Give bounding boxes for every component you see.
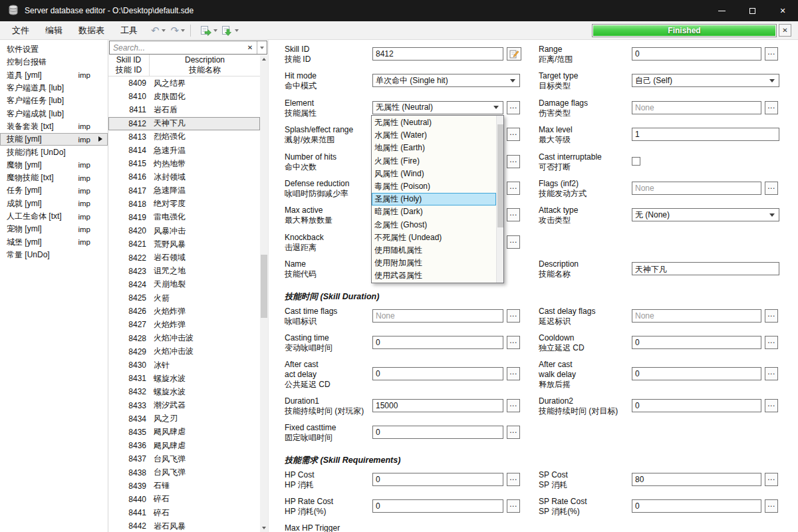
sidebar-item[interactable]: 装备套装 [txt]imp: [0, 120, 108, 133]
element-select[interactable]: 无属性 (Neutral): [372, 101, 503, 114]
list-scrollbar[interactable]: [260, 55, 268, 532]
skill-row[interactable]: 8425火箭: [108, 291, 260, 305]
damage-flags-input[interactable]: None: [632, 101, 761, 114]
menu-item[interactable]: 文件: [4, 21, 37, 39]
range-input[interactable]: 0: [632, 47, 761, 61]
sidebar-item[interactable]: 成就 [yml]imp: [0, 198, 108, 210]
element-more-button[interactable]: ...: [507, 101, 520, 114]
after-cast-walk-delay-more-button[interactable]: ...: [765, 367, 778, 380]
undo-dropdown-icon[interactable]: [162, 29, 166, 32]
scroll-down-icon[interactable]: [260, 524, 268, 532]
redo-dropdown-icon[interactable]: [181, 29, 185, 32]
skill-row[interactable]: 8439石锤: [108, 479, 260, 493]
knockback-more-button[interactable]: ...: [507, 235, 520, 249]
skill-row[interactable]: 8436飓风肆虐: [108, 439, 260, 452]
scroll-up-icon[interactable]: [260, 55, 268, 63]
cast-time-flags-input[interactable]: None: [372, 309, 503, 323]
cast-delay-flags-input[interactable]: None: [632, 309, 761, 323]
flags-inf2-more-button[interactable]: ...: [765, 182, 778, 195]
sidebar-item[interactable]: 任务 [yml]imp: [0, 184, 108, 197]
hp-cost-input[interactable]: 0: [372, 473, 503, 486]
skill-row[interactable]: 8430冰针: [108, 358, 260, 372]
skill-row[interactable]: 8440碎石: [108, 493, 260, 506]
skill-id-edit-button[interactable]: [507, 47, 521, 61]
cast-time-flags-more-button[interactable]: ...: [507, 309, 520, 323]
duration2-more-button[interactable]: ...: [765, 399, 778, 412]
damage-flags-more-button[interactable]: ...: [765, 101, 778, 114]
sidebar-item[interactable]: 魔物技能 [txt]imp: [0, 172, 108, 184]
casting-time-input[interactable]: 0: [372, 336, 503, 349]
dropdown-option[interactable]: 无属性 (Neutral): [372, 116, 496, 129]
import-1-dropdown-icon[interactable]: [213, 29, 217, 32]
skill-row[interactable]: 8414急速升温: [108, 144, 260, 157]
redo-button[interactable]: ↷: [171, 25, 180, 35]
dropdown-option[interactable]: 不死属性 (Undead): [372, 231, 496, 244]
sidebar-item[interactable]: 道具 [yml]imp: [0, 69, 108, 82]
search-options-button[interactable]: [257, 41, 267, 54]
import-button-2[interactable]: [221, 25, 233, 36]
skill-row[interactable]: 8413烈焰强化: [108, 130, 260, 144]
skill-row[interactable]: 8428火焰冲击波: [108, 332, 260, 345]
splash-effect-range-more-button[interactable]: ...: [507, 128, 520, 141]
progress-close-button[interactable]: ✕: [779, 24, 791, 37]
sp-cost-input[interactable]: 80: [632, 473, 761, 486]
max-level-input[interactable]: 1: [632, 128, 779, 141]
after-cast-walk-delay-input[interactable]: 0: [632, 367, 761, 380]
hit-mode-select[interactable]: 单次命中 (Single hit): [372, 74, 520, 87]
dropdown-option[interactable]: 圣属性 (Holy): [372, 193, 496, 205]
after-cast-act-delay-more-button[interactable]: ...: [507, 367, 520, 380]
skill-row[interactable]: 8419雷电强化: [108, 211, 260, 224]
skill-row[interactable]: 8412天神下凡: [108, 117, 260, 130]
skill-row[interactable]: 8441碎石: [108, 506, 260, 519]
dropdown-option[interactable]: 使用随机属性: [372, 244, 496, 257]
cooldown-input[interactable]: 0: [632, 336, 761, 349]
sp-cost-more-button[interactable]: ...: [765, 473, 778, 486]
skill-row[interactable]: 8411岩石盾: [108, 103, 260, 116]
skill-row[interactable]: 8417急速降温: [108, 184, 260, 198]
dropdown-option[interactable]: 地属性 (Earth): [372, 142, 496, 154]
sidebar-item[interactable]: 软件设置: [0, 43, 108, 56]
cast-delay-flags-more-button[interactable]: ...: [765, 309, 778, 323]
attack-type-select[interactable]: 无 (None): [632, 208, 779, 221]
sidebar-item[interactable]: 魔物 [yml]imp: [0, 159, 108, 172]
skill-row[interactable]: 8415灼热地带: [108, 157, 260, 170]
casting-time-more-button[interactable]: ...: [507, 336, 520, 349]
skill-id-input[interactable]: 8412: [372, 47, 503, 61]
skill-row[interactable]: 8434风之刃: [108, 412, 260, 426]
hp-rate-cost-input[interactable]: 0: [372, 499, 503, 513]
skill-row[interactable]: 8410皮肤固化: [108, 90, 260, 103]
duration1-more-button[interactable]: ...: [507, 399, 520, 412]
fixed-casttime-input[interactable]: 0: [372, 426, 503, 439]
skill-row[interactable]: 8427火焰炸弹: [108, 318, 260, 331]
skill-row[interactable]: 8409风之结界: [108, 76, 260, 90]
dropdown-option[interactable]: 暗属性 (Dark): [372, 205, 496, 218]
sidebar-item[interactable]: 常量 [UnDo]: [0, 249, 108, 261]
import-2-dropdown-icon[interactable]: [235, 29, 239, 32]
after-cast-act-delay-input[interactable]: 0: [372, 367, 503, 380]
description-input[interactable]: 天神下凡: [632, 262, 779, 275]
range-more-button[interactable]: ...: [765, 47, 778, 61]
number-of-hits-more-button[interactable]: ...: [507, 155, 520, 168]
cooldown-more-button[interactable]: ...: [765, 336, 778, 349]
search-input[interactable]: [110, 41, 243, 54]
search-clear-button[interactable]: ✕: [243, 44, 257, 51]
sidebar-item[interactable]: 客户端道具 [lub]: [0, 82, 108, 94]
skill-row[interactable]: 8426火焰炸弹: [108, 305, 260, 318]
skill-row[interactable]: 8435飓风肆虐: [108, 426, 260, 439]
column-header[interactable]: Skill ID技能 ID: [108, 55, 150, 76]
skill-row[interactable]: 8433潮汐武器: [108, 399, 260, 412]
sidebar-item[interactable]: 客户端成就 [lub]: [0, 107, 108, 120]
dropdown-scroll-thumb[interactable]: [497, 124, 503, 227]
skill-row[interactable]: 8438台风飞弹: [108, 466, 260, 479]
skill-row[interactable]: 8418绝对零度: [108, 198, 260, 211]
duration1-input[interactable]: 15000: [372, 399, 503, 412]
dropdown-option[interactable]: 水属性 (Water): [372, 129, 496, 142]
skill-row[interactable]: 8422岩石领域: [108, 251, 260, 264]
skill-row[interactable]: 8432螺旋水波: [108, 385, 260, 398]
menu-item[interactable]: 工具: [112, 21, 146, 39]
skill-row[interactable]: 8423诅咒之地: [108, 265, 260, 278]
import-button-1[interactable]: [200, 25, 211, 36]
skill-row[interactable]: 8431螺旋水波: [108, 372, 260, 385]
column-header[interactable]: Description技能名称: [150, 55, 260, 76]
dropdown-option[interactable]: 使用附加属性: [372, 257, 496, 269]
